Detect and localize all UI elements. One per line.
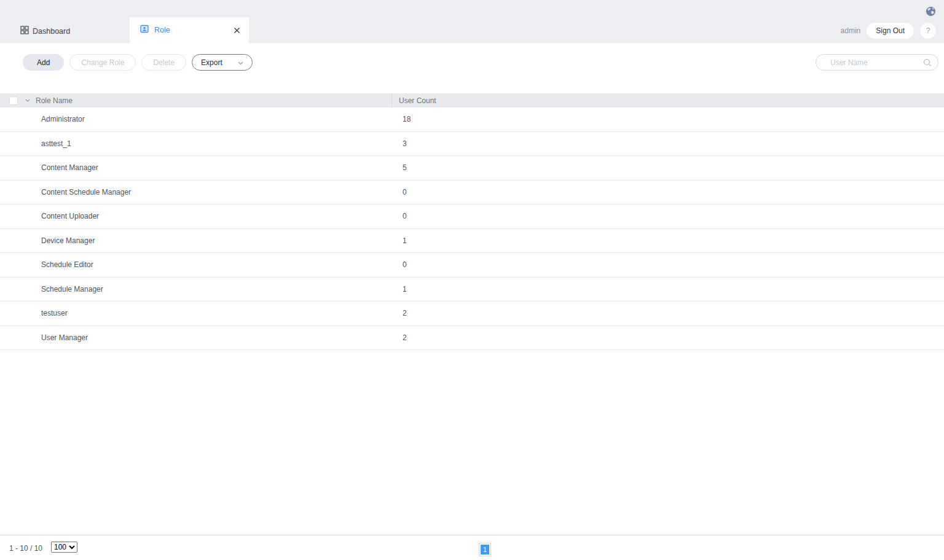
role-name-cell: Content Uploader — [0, 212, 391, 220]
table-row[interactable]: Content Uploader 0 — [0, 204, 944, 229]
toolbar: Add Change Role Delete Export — [0, 43, 944, 93]
export-button-label: Export — [201, 58, 222, 67]
page-button-1-label: 1 — [481, 545, 489, 554]
dashboard-grid-icon — [20, 26, 29, 37]
role-name-cell: User Manager — [0, 333, 391, 342]
tab-role-label: Role — [154, 26, 170, 34]
table-row[interactable]: Content Schedule Manager 0 — [0, 181, 944, 205]
search-icon[interactable] — [923, 58, 932, 69]
pagination-footer: 1 - 10 / 10 100 1 — [0, 535, 944, 560]
role-name-cell: Device Manager — [0, 236, 391, 245]
tab-role[interactable]: Role — [130, 17, 249, 43]
role-management-page: Dashboard Role admin Sign Out ? — [0, 0, 944, 560]
user-count-cell: 1 — [391, 236, 407, 245]
user-count-cell: 0 — [391, 212, 407, 220]
toolbar-buttons: Add Change Role Delete Export — [23, 54, 253, 71]
search-box — [816, 54, 938, 71]
close-icon[interactable] — [232, 26, 241, 34]
role-name-cell: asttest_1 — [0, 139, 391, 148]
column-header-role-name[interactable]: Role Name — [36, 96, 73, 105]
table-row[interactable]: Device Manager 1 — [0, 229, 944, 254]
page-button-1[interactable]: 1 — [479, 543, 491, 556]
table-body: Administrator 18 asttest_1 3 Content Man… — [0, 107, 944, 350]
user-count-cell: 5 — [391, 163, 407, 172]
table-row[interactable]: Content Manager 5 — [0, 156, 944, 181]
select-menu-chevron-icon[interactable] — [25, 99, 30, 102]
column-header-user-count[interactable]: User Count — [391, 93, 436, 107]
username-label: admin — [841, 26, 861, 35]
user-count-cell: 18 — [391, 115, 411, 123]
chevron-down-icon — [238, 58, 243, 67]
result-range-label: 1 - 10 / 10 — [9, 544, 42, 553]
role-name-cell: testuser — [0, 309, 391, 317]
add-button[interactable]: Add — [23, 54, 64, 71]
table-row[interactable]: Schedule Editor 0 — [0, 253, 944, 278]
user-count-cell: 2 — [391, 333, 407, 342]
table-row[interactable]: Schedule Manager 1 — [0, 278, 944, 302]
help-button[interactable]: ? — [920, 23, 936, 39]
table-row[interactable]: asttest_1 3 — [0, 132, 944, 157]
tab-dashboard-label: Dashboard — [33, 27, 70, 36]
page-size-select[interactable]: 100 — [51, 542, 77, 553]
select-all-checkbox[interactable] — [9, 96, 18, 105]
role-name-cell: Schedule Manager — [0, 285, 391, 294]
table-row[interactable]: User Manager 2 — [0, 326, 944, 351]
role-table: Role Name User Count Administrator 18 as… — [0, 93, 944, 350]
user-count-cell: 0 — [391, 260, 407, 269]
user-count-cell: 0 — [391, 188, 407, 196]
tab-dashboard[interactable]: Dashboard — [0, 19, 130, 43]
globe-icon[interactable] — [926, 6, 936, 17]
delete-button[interactable]: Delete — [141, 54, 186, 71]
user-count-cell: 2 — [391, 309, 407, 317]
search-input[interactable] — [816, 54, 938, 71]
change-role-button[interactable]: Change Role — [69, 54, 136, 71]
sign-out-button[interactable]: Sign Out — [867, 23, 914, 39]
role-name-cell: Schedule Editor — [0, 260, 391, 269]
table-row[interactable]: Administrator 18 — [0, 107, 944, 132]
user-count-cell: 3 — [391, 139, 407, 148]
role-name-cell: Content Manager — [0, 163, 391, 172]
table-header: Role Name User Count — [0, 93, 944, 107]
user-count-cell: 1 — [391, 285, 407, 294]
table-row[interactable]: testuser 2 — [0, 301, 944, 326]
role-badge-icon — [140, 25, 149, 36]
role-name-cell: Content Schedule Manager — [0, 188, 391, 196]
export-button[interactable]: Export — [192, 54, 253, 71]
app-header: Dashboard Role admin Sign Out ? — [0, 0, 944, 43]
header-user-area: admin Sign Out ? — [841, 23, 936, 39]
role-name-cell: Administrator — [0, 115, 391, 123]
